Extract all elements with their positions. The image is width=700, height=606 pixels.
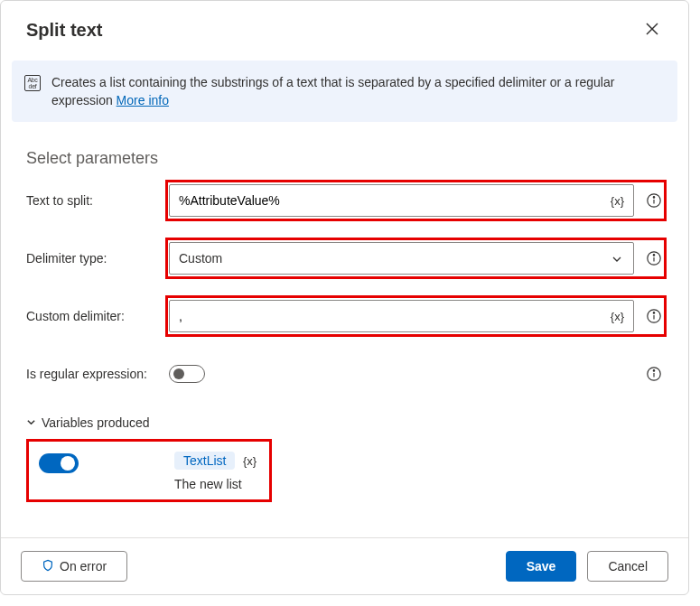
description-text: Creates a list containing the substrings… [51,73,661,109]
split-text-dialog: Split text Abcdef Creates a list contain… [0,0,689,595]
info-icon[interactable] [645,191,663,210]
label-custom-delimiter: Custom delimiter: [26,309,169,323]
close-icon [646,23,658,38]
svg-point-10 [653,312,654,313]
action-category-icon: Abcdef [24,75,41,91]
dialog-header: Split text [1,1,688,50]
description-box: Abcdef Creates a list containing the sub… [12,61,677,122]
more-info-link[interactable]: More info [117,93,169,107]
svg-point-7 [653,255,654,256]
variables-produced-body: TextList {x} The new list [26,441,270,500]
is-regex-toggle[interactable] [169,365,205,383]
delimiter-type-select[interactable]: Custom [169,242,634,275]
cancel-button[interactable]: Cancel [587,551,668,582]
svg-point-4 [653,197,654,198]
delimiter-type-value: Custom [179,251,222,266]
param-row-custom-delimiter: Custom delimiter: {x} [26,300,663,332]
label-is-regex: Is regular expression: [26,367,169,381]
variable-token-icon: {x} [243,454,257,468]
dialog-footer: On error Save Cancel [1,537,688,594]
label-delimiter-type: Delimiter type: [26,251,169,266]
variable-caption: The new list [174,477,257,491]
info-icon[interactable] [645,307,663,325]
variables-produced-heading: Variables produced [42,415,150,430]
param-row-delimiter-type: Delimiter type: Custom [26,242,663,275]
chevron-down-icon [26,415,36,430]
label-text-to-split: Text to split: [26,193,169,208]
close-button[interactable] [639,17,665,42]
custom-delimiter-value[interactable] [179,309,607,323]
text-to-split-value[interactable] [179,193,607,208]
select-parameters-heading: Select parameters [26,149,663,168]
on-error-button[interactable]: On error [21,551,127,582]
info-icon[interactable] [645,365,663,383]
info-icon[interactable] [645,249,663,267]
param-row-is-regex: Is regular expression: [26,358,663,390]
shield-icon [42,559,54,574]
save-button[interactable]: Save [506,551,577,582]
chevron-down-icon [611,253,622,264]
text-to-split-input[interactable]: {x} [169,184,634,217]
dialog-title: Split text [26,20,102,41]
variable-picker-icon[interactable]: {x} [611,194,624,208]
variable-chip[interactable]: TextList [174,452,235,470]
param-row-text-to-split: Text to split: {x} [26,184,663,217]
variables-produced-toggle-section[interactable]: Variables produced [26,415,663,430]
variable-picker-icon[interactable]: {x} [611,310,624,323]
svg-point-13 [653,370,654,371]
custom-delimiter-input[interactable]: {x} [169,300,634,332]
variable-enabled-toggle[interactable] [39,453,79,473]
